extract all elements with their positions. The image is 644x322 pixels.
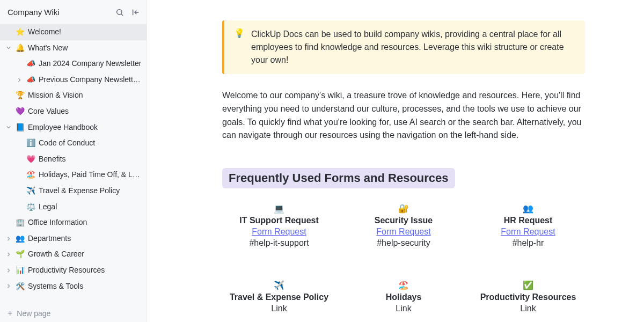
card-form-link[interactable]: Form Request [501,227,555,237]
sidebar: Company Wiki ⭐Welcome!🔔What's New📣Jan 20… [0,0,147,322]
resource-cards-grid: 💻IT Support RequestForm Request#help-it-… [222,203,585,313]
callout-banner: 💡 ClickUp Docs can be used to build comp… [222,20,585,74]
nav-item-icon: 🏖️ [26,170,35,180]
card-form-link[interactable]: Form Request [376,227,430,237]
sidebar-item[interactable]: 📣Previous Company Newsletters [0,72,147,88]
sidebar-item[interactable]: ✈️Travel & Expense Policy [0,183,147,199]
card-emoji-icon: 💻 [222,203,336,214]
nav-item-label: Productivity Resources [28,265,142,276]
search-icon[interactable] [115,8,124,17]
nav-item-icon: ℹ️ [26,138,35,149]
sidebar-item[interactable]: ⚖️Legal [0,199,147,215]
resource-card: ✈️Travel & Expense PolicyLink [222,280,336,313]
card-emoji-icon: 👥 [471,203,585,214]
nav-item-label: Growth & Career [28,249,142,260]
sidebar-item[interactable]: ℹ️Code of Conduct [0,135,147,151]
nav-item-icon: 📣 [26,58,35,69]
card-channel-tag: #help-security [347,238,460,248]
nav-item-icon: 💗 [26,154,35,165]
nav-item-label: Mission & Vision [28,90,142,101]
chevron-right-icon[interactable] [5,237,12,241]
card-title: HR Request [471,216,585,225]
nav-item-icon: 🛠️ [15,281,25,292]
nav-item-icon: 🏆 [15,90,25,101]
nav-item-label: What's New [28,43,142,54]
nav-item-icon: 🌱 [15,249,25,260]
card-form-link[interactable]: Form Request [252,227,306,237]
nav-item-icon: ✈️ [26,186,35,196]
sidebar-item[interactable]: ⭐Welcome! [0,24,147,40]
sidebar-item[interactable]: 💗Benefits [0,151,147,167]
card-title: Productivity Resources [471,292,585,302]
card-link-label: Link [471,304,585,313]
new-page-label: New page [17,309,50,318]
new-page-button[interactable]: + New page [0,305,147,322]
sidebar-item[interactable]: 📊Productivity Resources [0,262,147,279]
resource-card: 💻IT Support RequestForm Request#help-it-… [222,203,336,248]
nav-item-label: Departments [28,233,142,244]
resource-card: 🏖️HolidaysLink [347,280,460,313]
chevron-down-icon[interactable] [5,46,12,50]
intro-paragraph: Welcome to our company's wiki, a treasur… [222,89,585,142]
card-emoji-icon: ✅ [471,280,585,290]
wiki-title: Company Wiki [8,8,60,17]
sidebar-header-actions [115,8,140,17]
sidebar-item[interactable]: 🌱Growth & Career [0,246,147,262]
sidebar-item[interactable]: 🔔What's New [0,40,147,56]
nav-item-label: Jan 2024 Company Newsletter [39,58,142,69]
card-title: IT Support Request [222,216,336,225]
card-title: Travel & Expense Policy [222,292,336,302]
card-title: Holidays [347,292,460,302]
nav-item-label: Office Information [28,217,142,228]
chevron-right-icon[interactable] [5,268,12,273]
nav-item-label: Systems & Tools [28,281,142,292]
nav-item-label: Holidays, Paid Time Off, & Leave... [39,170,142,180]
resource-card: 👥HR RequestForm Request#help-hr [471,203,585,248]
nav-item-icon: 📊 [15,265,25,276]
sidebar-item[interactable]: 🛠️Systems & Tools [0,279,147,295]
nav-item-icon: 👥 [15,233,25,244]
nav-item-label: Legal [39,202,142,213]
nav-item-icon: 📘 [15,122,25,133]
svg-line-1 [121,14,123,16]
svg-point-0 [117,9,122,14]
nav-item-icon: 🏢 [15,217,25,228]
chevron-right-icon[interactable] [5,284,12,288]
plus-icon: + [8,309,12,318]
card-link-label: Link [347,304,460,313]
nav-item-label: Core Values [28,106,142,117]
nav-item-icon: 🔔 [15,43,25,54]
nav-item-label: Code of Conduct [39,138,142,149]
sidebar-item[interactable]: 🏖️Holidays, Paid Time Off, & Leave... [0,167,147,183]
sidebar-item[interactable]: 📣Jan 2024 Company Newsletter [0,56,147,72]
sidebar-item[interactable]: 👥Departments [0,231,147,247]
section-heading: Frequently Used Forms and Resources [222,168,455,188]
card-emoji-icon: ✈️ [222,280,336,290]
collapse-sidebar-icon[interactable] [131,8,140,17]
resource-card: 🔐Security IssueForm Request#help-securit… [347,203,460,248]
lightbulb-icon: 💡 [234,28,245,67]
sidebar-item[interactable]: 📘Employee Handbook [0,120,147,136]
callout-text: ClickUp Docs can be used to build compan… [251,28,575,67]
nav-item-label: Benefits [39,154,142,165]
card-emoji-icon: 🔐 [347,203,460,214]
card-title: Security Issue [347,216,460,225]
main-content: 💡 ClickUp Docs can be used to build comp… [147,0,644,322]
nav-item-label: Employee Handbook [28,122,142,133]
sidebar-nav: ⭐Welcome!🔔What's New📣Jan 2024 Company Ne… [0,22,147,303]
chevron-right-icon[interactable] [16,78,23,82]
nav-item-label: Travel & Expense Policy [39,186,142,196]
card-channel-tag: #help-hr [471,238,585,248]
sidebar-header: Company Wiki [0,0,147,22]
card-channel-tag: #help-it-support [222,238,336,248]
card-emoji-icon: 🏖️ [347,280,460,290]
sidebar-item[interactable]: 🏆Mission & Vision [0,87,147,104]
nav-item-icon: 💜 [15,106,25,117]
chevron-right-icon[interactable] [5,252,12,257]
sidebar-item[interactable]: 💜Core Values [0,104,147,120]
sidebar-item[interactable]: 🏢Office Information [0,215,147,231]
nav-item-label: Previous Company Newsletters [39,75,142,85]
nav-item-icon: ⭐ [15,27,25,38]
chevron-down-icon[interactable] [5,125,12,129]
nav-item-icon: 📣 [26,75,35,85]
